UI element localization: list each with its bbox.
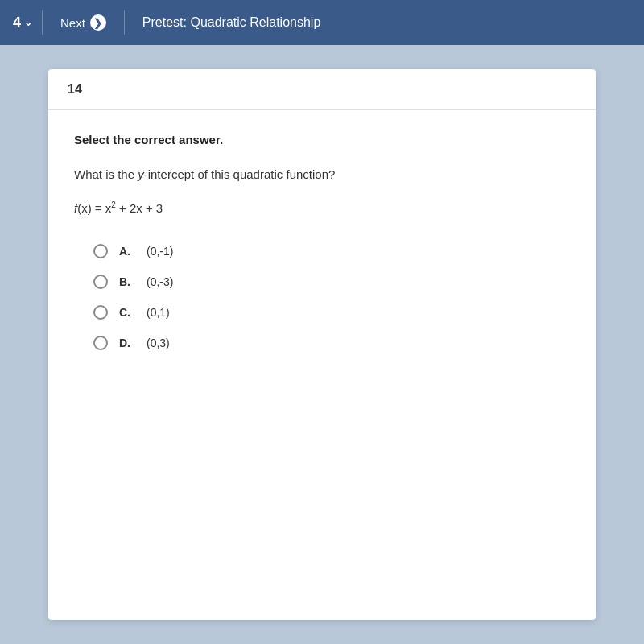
option-b[interactable]: B. (0,-3) — [93, 275, 570, 289]
option-a-label: A. — [119, 245, 135, 258]
option-d[interactable]: D. (0,3) — [93, 336, 570, 350]
option-d-value: (0,3) — [147, 336, 170, 349]
function-expression: f — [74, 201, 77, 215]
option-a[interactable]: A. (0,-1) — [93, 244, 570, 258]
card-question-number: 14 — [68, 82, 82, 96]
y-intercept-emphasis: y — [138, 167, 144, 181]
function-display: f(x) = x2 + 2x + 3 — [74, 200, 570, 215]
next-arrow-icon: ❯ — [90, 14, 106, 31]
radio-a[interactable] — [93, 244, 108, 258]
question-header: 14 — [48, 69, 596, 110]
top-bar: 4 ⌄ Next ❯ Pretest: Quadratic Relationsh… — [0, 0, 644, 45]
content-area: 14 Select the correct answer. What is th… — [0, 45, 644, 644]
question-body: Select the correct answer. What is the y… — [48, 110, 596, 373]
option-d-label: D. — [119, 336, 135, 349]
divider — [42, 10, 43, 35]
radio-c[interactable] — [93, 305, 108, 320]
option-c[interactable]: C. (0,1) — [93, 305, 570, 320]
next-label: Next — [60, 16, 85, 30]
question-card: 14 Select the correct answer. What is th… — [48, 69, 596, 620]
radio-d[interactable] — [93, 336, 108, 350]
option-c-label: C. — [119, 306, 135, 319]
chevron-down-icon: ⌄ — [24, 17, 32, 28]
divider-2 — [124, 10, 125, 35]
instruction-text: Select the correct answer. — [74, 133, 570, 147]
page-title: Pretest: Quadratic Relationship — [142, 15, 320, 30]
answer-options: A. (0,-1) B. (0,-3) C. (0,1) D. (0,3) — [74, 244, 570, 350]
option-b-value: (0,-3) — [147, 275, 173, 288]
question-number-nav[interactable]: 4 ⌄ — [13, 14, 32, 31]
option-b-label: B. — [119, 275, 135, 288]
option-a-value: (0,-1) — [147, 245, 173, 258]
next-button[interactable]: Next ❯ — [52, 10, 114, 35]
option-c-value: (0,1) — [147, 306, 170, 319]
question-text: What is the y-intercept of this quadrati… — [74, 166, 570, 184]
radio-b[interactable] — [93, 275, 108, 289]
question-number: 4 — [13, 14, 21, 31]
